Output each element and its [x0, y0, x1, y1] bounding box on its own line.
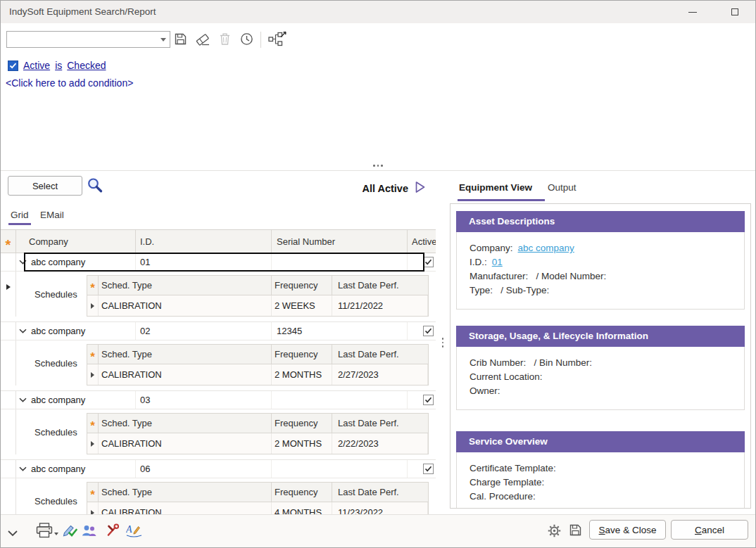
active-checkbox[interactable] — [423, 395, 434, 405]
save-filter-button[interactable] — [174, 32, 187, 49]
cell-sched-type: CALIBRATION — [99, 364, 272, 385]
save-close-button[interactable]: Save & Close — [589, 520, 666, 540]
column-header-last-date[interactable]: Last Date Perf. — [332, 345, 428, 364]
history-button[interactable] — [240, 32, 253, 49]
cell-last-date: 2/27/2023 — [332, 364, 428, 385]
check-icon — [424, 259, 432, 265]
print-button[interactable] — [36, 523, 53, 541]
signature-icon: A — [126, 523, 143, 537]
cell-last-date: 11/23/2022 — [332, 502, 428, 514]
cell-id: 01 — [136, 253, 272, 271]
tab-equipment-view[interactable]: Equipment View — [459, 182, 532, 193]
tab-output[interactable]: Output — [548, 182, 577, 193]
vertical-splitter[interactable] — [436, 171, 450, 514]
tools-icon — [106, 523, 120, 537]
company-link[interactable]: abc company — [518, 243, 574, 253]
schedules-subgrid: Schedules * Sched. Type Frequency Last D… — [1, 272, 436, 322]
tab-grid[interactable]: Grid — [11, 210, 29, 220]
expand-row-icon[interactable] — [91, 303, 94, 309]
batch-update-button[interactable] — [268, 31, 286, 49]
column-header-sched-type[interactable]: Sched. Type — [99, 483, 272, 502]
settings-button[interactable] — [548, 524, 561, 540]
section-title: Service Overview — [456, 431, 745, 452]
tab-email[interactable]: EMail — [40, 210, 64, 220]
active-checkbox[interactable] — [423, 464, 434, 474]
condition-operator-link[interactable]: is — [55, 60, 62, 71]
column-header-serial[interactable]: Serial Number — [272, 230, 408, 253]
schedule-row[interactable]: CALIBRATION 2 WEEKS 11/21/2022 — [87, 295, 428, 316]
schedule-row[interactable]: CALIBRATION 4 MONTHS 11/23/2022 — [87, 502, 428, 514]
chevron-down-icon[interactable] — [160, 38, 166, 44]
cancel-button[interactable]: Cancel — [671, 520, 748, 540]
horizontal-splitter[interactable] — [1, 161, 755, 171]
column-header-sched-type[interactable]: Sched. Type — [99, 414, 272, 433]
table-row[interactable]: abc company 03 — [1, 391, 436, 409]
column-header-sched-type[interactable]: Sched. Type — [99, 345, 272, 364]
column-header-last-date[interactable]: Last Date Perf. — [332, 483, 428, 502]
active-checkbox[interactable] — [423, 257, 434, 267]
delete-filter-button[interactable] — [219, 32, 231, 49]
cell-sched-type: CALIBRATION — [99, 502, 272, 514]
validate-button[interactable] — [63, 523, 77, 540]
id-link[interactable]: 01 — [492, 257, 503, 267]
schedule-row[interactable]: CALIBRATION 2 MONTHS 2/27/2023 — [87, 364, 428, 385]
users-button[interactable] — [81, 524, 97, 540]
collapse-row-icon[interactable] — [19, 260, 27, 265]
table-row[interactable]: abc company 02 12345 — [1, 322, 436, 340]
add-condition-link[interactable]: <Click here to add condition> — [6, 77, 133, 89]
run-query-button[interactable] — [415, 181, 426, 196]
minimize-button[interactable] — [678, 1, 707, 23]
clear-filter-button[interactable] — [196, 32, 210, 49]
equipment-search-window: IndySoft Equipment Search/Report Active … — [0, 0, 756, 548]
splitter-grip-icon — [442, 338, 444, 348]
schedule-row[interactable]: CALIBRATION 2 MONTHS 2/22/2023 — [87, 433, 428, 454]
expand-row-icon[interactable] — [91, 441, 94, 447]
search-button[interactable] — [86, 177, 103, 197]
schedules-subgrid: Schedules * Sched. Type Frequency Last D… — [1, 409, 436, 460]
cell-serial — [272, 391, 408, 409]
collapse-row-icon[interactable] — [19, 466, 27, 471]
cell-serial — [272, 253, 408, 271]
cell-frequency: 4 MONTHS — [272, 502, 332, 514]
column-header-frequency[interactable]: Frequency — [272, 276, 332, 295]
results-panel: Select All Active Grid EMail * Company I… — [1, 171, 436, 514]
column-header-id[interactable]: I.D. — [136, 230, 272, 253]
charge-template-line: Charge Template: — [470, 476, 737, 490]
footer-bar: A Save & Close Cancel — [1, 514, 755, 548]
save-layout-button[interactable] — [569, 523, 582, 540]
condition-value-link[interactable]: Checked — [67, 60, 106, 71]
table-row[interactable]: abc company 06 — [1, 460, 436, 478]
saved-filter-combo[interactable] — [6, 31, 170, 48]
maximize-button[interactable] — [720, 1, 750, 23]
select-button[interactable]: Select — [8, 176, 82, 196]
column-header-frequency[interactable]: Frequency — [272, 345, 332, 364]
cell-id: 02 — [136, 322, 272, 340]
subgrid-header: * Sched. Type Frequency Last Date Perf. — [87, 483, 428, 502]
expand-row-icon[interactable] — [91, 372, 94, 378]
more-options-button[interactable] — [7, 527, 18, 540]
cell-frequency: 2 WEEKS — [272, 295, 332, 316]
schedules-label: Schedules — [16, 272, 87, 317]
table-row[interactable]: abc company 01 — [1, 253, 436, 272]
column-header-company[interactable]: Company — [16, 230, 136, 253]
print-dropdown-arrow[interactable] — [54, 533, 58, 537]
column-header-frequency[interactable]: Frequency — [272, 483, 332, 502]
collapse-row-icon[interactable] — [19, 329, 27, 333]
eraser-icon — [196, 32, 210, 46]
column-header-frequency[interactable]: Frequency — [272, 414, 332, 433]
column-header-last-date[interactable]: Last Date Perf. — [332, 414, 428, 433]
column-header-active[interactable]: Active — [408, 230, 436, 253]
condition-checkbox[interactable] — [8, 60, 18, 71]
service-overview-section: Service Overview Certificate Template: C… — [456, 431, 745, 509]
signature-button[interactable]: A — [126, 523, 143, 540]
users-icon — [81, 524, 97, 537]
active-checkbox[interactable] — [423, 326, 434, 336]
collapse-row-icon[interactable] — [19, 397, 27, 402]
scope-control: All Active — [362, 181, 426, 196]
column-header-last-date[interactable]: Last Date Perf. — [332, 276, 428, 295]
condition-builder: Active is Checked <Click here to add con… — [1, 56, 755, 161]
condition-field-link[interactable]: Active — [23, 60, 50, 71]
tools-button[interactable] — [106, 523, 120, 540]
column-header-sched-type[interactable]: Sched. Type — [99, 276, 272, 295]
subgrid-header: * Sched. Type Frequency Last Date Perf. — [87, 276, 428, 295]
